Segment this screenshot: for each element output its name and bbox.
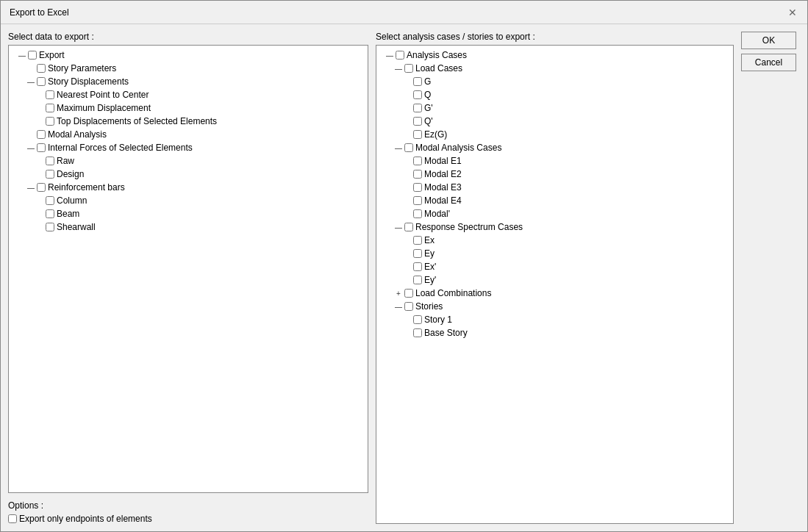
checkbox-export[interactable] <box>28 51 37 60</box>
text-modal-e3: Modal E3 <box>424 182 462 193</box>
checkbox-load-combinations[interactable] <box>404 289 413 298</box>
checkbox-modal-e1[interactable] <box>413 157 422 165</box>
checkbox-reinforcement[interactable] <box>37 183 46 192</box>
label-gprime[interactable]: G' <box>413 103 433 113</box>
label-load-cases[interactable]: Load Cases <box>404 63 462 73</box>
checkbox-load-cases[interactable] <box>404 64 413 73</box>
expand-icon-analysis-cases[interactable]: — <box>385 51 394 60</box>
option-label-endpoints[interactable]: Export only endpoints of elements <box>8 514 152 524</box>
ok-button[interactable]: OK <box>741 32 796 49</box>
checkbox-eyprime[interactable] <box>413 276 422 284</box>
checkbox-response-spectrum[interactable] <box>404 223 413 231</box>
label-g[interactable]: G <box>413 76 431 87</box>
label-ezg[interactable]: Ez(G) <box>413 129 447 140</box>
expand-icon-modal-analysis-cases[interactable]: — <box>394 144 403 152</box>
label-load-combinations[interactable]: Load Combinations <box>404 288 491 298</box>
text-modal-e2: Modal E2 <box>424 169 462 179</box>
checkbox-story1[interactable] <box>413 315 422 324</box>
label-beam[interactable]: Beam <box>46 209 79 219</box>
checkbox-exprime[interactable] <box>413 262 422 271</box>
checkbox-modal-e4[interactable] <box>413 196 422 205</box>
right-tree-item-q: Q <box>403 88 730 101</box>
label-story-disp[interactable]: Story Displacements <box>37 76 129 87</box>
label-q[interactable]: Q <box>413 90 431 100</box>
label-modal-e2[interactable]: Modal E2 <box>413 169 462 179</box>
checkbox-ey[interactable] <box>413 249 422 258</box>
checkbox-modal-analysis[interactable] <box>37 130 46 139</box>
checkbox-shearwall[interactable] <box>46 223 54 231</box>
checkbox-story-params[interactable] <box>37 64 46 73</box>
right-panel: Select analysis cases / stories to expor… <box>376 32 800 524</box>
text-gprime: G' <box>424 103 433 113</box>
expand-icon-stories[interactable]: — <box>394 303 403 311</box>
label-analysis-cases[interactable]: Analysis Cases <box>396 50 467 60</box>
checkbox-g[interactable] <box>413 77 422 86</box>
label-modal-e3[interactable]: Modal E3 <box>413 182 462 193</box>
expand-icon-response-spectrum[interactable]: — <box>394 223 403 231</box>
close-button[interactable]: ✕ <box>787 7 798 18</box>
checkbox-column[interactable] <box>46 196 54 205</box>
checkbox-story-disp[interactable] <box>37 77 46 86</box>
expand-icon-story-disp[interactable]: — <box>26 78 35 86</box>
right-tree-item-ex: Ex <box>403 234 730 247</box>
expand-icon-load-cases[interactable]: — <box>394 65 403 73</box>
checkbox-base-story[interactable] <box>413 328 422 337</box>
checkbox-top-disp[interactable] <box>46 117 54 126</box>
label-eyprime[interactable]: Ey' <box>413 275 436 285</box>
expand-icon-internal-forces[interactable]: — <box>26 144 35 152</box>
label-base-story[interactable]: Base Story <box>413 328 468 338</box>
left-tree-item-reinforcement: —Reinforcement bars <box>26 181 365 194</box>
label-story-params[interactable]: Story Parameters <box>37 63 116 73</box>
checkbox-ex[interactable] <box>413 236 422 245</box>
label-export[interactable]: Export <box>28 50 65 60</box>
checkbox-analysis-cases[interactable] <box>396 51 404 60</box>
checkbox-modal-analysis-cases[interactable] <box>404 143 413 152</box>
expand-icon-reinforcement[interactable]: — <box>26 184 35 192</box>
checkbox-gprime[interactable] <box>413 104 422 112</box>
label-ey[interactable]: Ey <box>413 248 435 259</box>
label-modal-e1[interactable]: Modal E1 <box>413 156 462 166</box>
cancel-button[interactable]: Cancel <box>741 54 796 71</box>
checkbox-modalprime[interactable] <box>413 209 422 218</box>
label-response-spectrum[interactable]: Response Spectrum Cases <box>404 222 523 232</box>
left-tree-item-column: Column <box>35 194 365 207</box>
text-modal-e1: Modal E1 <box>424 156 462 166</box>
label-stories[interactable]: Stories <box>404 301 443 312</box>
checkbox-max-disp[interactable] <box>46 104 54 112</box>
checkbox-raw[interactable] <box>46 157 54 165</box>
checkbox-design[interactable] <box>46 170 54 179</box>
label-internal-forces[interactable]: Internal Forces of Selected Elements <box>37 143 193 153</box>
option-checkbox-endpoints[interactable] <box>8 514 17 523</box>
label-design[interactable]: Design <box>46 169 84 179</box>
expand-icon-export[interactable]: — <box>18 51 26 60</box>
label-modal-e4[interactable]: Modal E4 <box>413 195 462 206</box>
checkbox-qprime[interactable] <box>413 117 422 126</box>
label-max-disp[interactable]: Maximum Displacement <box>46 103 151 113</box>
checkbox-nearest-point[interactable] <box>46 90 54 99</box>
expand-icon-load-combinations[interactable]: + <box>394 290 403 298</box>
label-nearest-point[interactable]: Nearest Point to Center <box>46 90 149 100</box>
text-qprime: Q' <box>424 116 433 126</box>
text-export: Export <box>39 50 65 60</box>
checkbox-q[interactable] <box>413 90 422 99</box>
checkbox-modal-e3[interactable] <box>413 183 422 192</box>
label-exprime[interactable]: Ex' <box>413 262 436 272</box>
label-reinforcement[interactable]: Reinforcement bars <box>37 182 125 193</box>
checkbox-internal-forces[interactable] <box>37 143 46 152</box>
label-qprime[interactable]: Q' <box>413 116 433 126</box>
label-story1[interactable]: Story 1 <box>413 314 452 325</box>
checkbox-modal-e2[interactable] <box>413 170 422 179</box>
text-base-story: Base Story <box>424 328 468 338</box>
label-modal-analysis-cases[interactable]: Modal Analysis Cases <box>404 143 501 153</box>
label-modal-analysis[interactable]: Modal Analysis <box>37 129 107 140</box>
checkbox-stories[interactable] <box>404 302 413 311</box>
checkbox-beam[interactable] <box>46 209 54 218</box>
left-tree-box: —ExportStory Parameters—Story Displaceme… <box>8 45 368 493</box>
checkbox-ezg[interactable] <box>413 130 422 139</box>
label-top-disp[interactable]: Top Displacements of Selected Elements <box>46 116 217 126</box>
label-ex[interactable]: Ex <box>413 235 435 245</box>
label-modalprime[interactable]: Modal' <box>413 209 450 219</box>
label-raw[interactable]: Raw <box>46 156 74 166</box>
label-shearwall[interactable]: Shearwall <box>46 222 96 232</box>
label-column[interactable]: Column <box>46 195 87 206</box>
